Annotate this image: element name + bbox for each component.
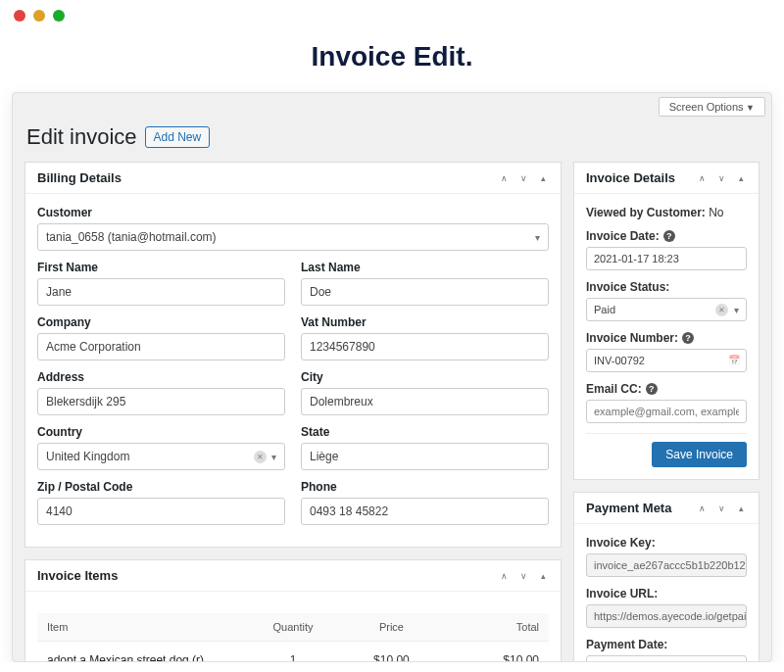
save-invoice-button[interactable]: Save Invoice	[652, 442, 747, 467]
city-label: City	[301, 370, 549, 384]
zip-label: Zip / Postal Code	[37, 480, 285, 494]
maximize-dot[interactable]	[53, 10, 65, 22]
customer-select[interactable]: tania_0658 (tania@hotmail.com)	[37, 223, 549, 251]
page-title: Invoice Edit.	[0, 41, 784, 72]
zip-input[interactable]	[37, 498, 285, 525]
state-label: State	[301, 425, 549, 439]
chevron-up-icon[interactable]: ∧	[498, 570, 510, 582]
invoice-items-panel: Invoice Items ∧ ∨ ▴ Item Quantity Price …	[24, 559, 562, 662]
item-name: adopt a Mexican street dog (r)	[47, 653, 244, 662]
chevron-up-icon[interactable]: ∧	[696, 503, 708, 514]
vat-input[interactable]	[301, 333, 549, 360]
chevron-down-icon[interactable]: ∨	[715, 172, 727, 184]
chevron-down-icon[interactable]: ∨	[517, 172, 529, 184]
item-qty: 1	[244, 653, 342, 662]
col-item: Item	[47, 621, 244, 633]
invoice-url-field: https://demos.ayecode.io/getpaid/i	[586, 604, 747, 628]
invoice-details-panel: Invoice Details ∧ ∨ ▴ Viewed by Customer…	[573, 162, 760, 480]
invoice-date-input[interactable]	[586, 247, 747, 270]
email-cc-label: Email CC:?	[586, 382, 747, 396]
company-label: Company	[37, 315, 285, 329]
invoice-details-title: Invoice Details	[586, 170, 675, 185]
col-price: Price	[342, 621, 440, 633]
viewed-by-customer: Viewed by Customer: No	[586, 206, 747, 219]
invoice-key-field: invoice_ae267accc5b1b220b1241e	[586, 553, 747, 577]
close-dot[interactable]	[14, 10, 25, 22]
email-cc-input[interactable]	[586, 400, 747, 423]
invoice-url-label: Invoice URL:	[586, 587, 747, 600]
items-table-header: Item Quantity Price Total	[37, 613, 549, 642]
page-header: Edit invoice Add New	[13, 120, 771, 162]
city-input[interactable]	[301, 388, 549, 415]
payment-date-input[interactable]	[586, 655, 747, 662]
edit-invoice-heading: Edit invoice	[26, 124, 137, 150]
payment-meta-title: Payment Meta	[586, 501, 671, 515]
help-icon[interactable]: ?	[663, 230, 675, 242]
country-select[interactable]: United Kingdom	[37, 443, 285, 470]
item-price: $10.00	[342, 653, 440, 662]
first-name-label: First Name	[37, 261, 285, 274]
last-name-input[interactable]	[301, 278, 549, 306]
window-traffic-lights	[0, 0, 784, 31]
collapse-icon[interactable]: ▴	[537, 570, 549, 582]
last-name-label: Last Name	[301, 261, 549, 274]
payment-date-label: Payment Date:	[586, 638, 747, 651]
invoice-number-label: Invoice Number:?	[586, 331, 747, 345]
first-name-input[interactable]	[37, 278, 285, 306]
help-icon[interactable]: ?	[646, 383, 658, 395]
app-window: Screen Options Edit invoice Add New Bill…	[12, 92, 772, 662]
chevron-down-icon[interactable]: ∨	[715, 503, 727, 514]
billing-details-panel: Billing Details ∧ ∨ ▴ Customer tania_065…	[24, 162, 562, 548]
chevron-down-icon[interactable]: ∨	[517, 570, 529, 582]
col-total: Total	[441, 621, 539, 633]
company-input[interactable]	[37, 333, 285, 360]
state-input[interactable]	[301, 443, 549, 470]
item-total: $10.00	[441, 653, 539, 662]
collapse-icon[interactable]: ▴	[735, 503, 747, 514]
add-new-button[interactable]: Add New	[145, 126, 211, 148]
collapse-icon[interactable]: ▴	[735, 172, 747, 184]
billing-title: Billing Details	[37, 170, 122, 185]
invoice-status-select[interactable]: Paid	[586, 298, 747, 321]
screen-options-toggle[interactable]: Screen Options	[659, 97, 765, 117]
chevron-up-icon[interactable]: ∧	[498, 172, 510, 184]
phone-label: Phone	[301, 480, 549, 494]
items-title: Invoice Items	[37, 568, 118, 583]
payment-meta-panel: Payment Meta ∧ ∨ ▴ Invoice Key: invoice_…	[573, 492, 760, 662]
phone-input[interactable]	[301, 498, 549, 525]
chevron-up-icon[interactable]: ∧	[696, 172, 708, 184]
invoice-number-input[interactable]: INV-00792	[586, 349, 747, 372]
invoice-status-label: Invoice Status:	[586, 280, 747, 294]
vat-label: Vat Number	[301, 315, 549, 329]
invoice-key-label: Invoice Key:	[586, 536, 747, 550]
help-icon[interactable]: ?	[682, 332, 694, 344]
collapse-icon[interactable]: ▴	[537, 172, 549, 184]
address-label: Address	[37, 370, 285, 384]
country-label: Country	[37, 425, 285, 439]
minimize-dot[interactable]	[33, 10, 45, 22]
customer-label: Customer	[37, 206, 549, 219]
table-row: adopt a Mexican street dog (r) $10.00 / …	[37, 642, 549, 662]
invoice-date-label: Invoice Date:?	[586, 229, 747, 243]
col-qty: Quantity	[244, 621, 342, 633]
address-input[interactable]	[37, 388, 285, 415]
top-bar: Screen Options	[13, 93, 771, 120]
